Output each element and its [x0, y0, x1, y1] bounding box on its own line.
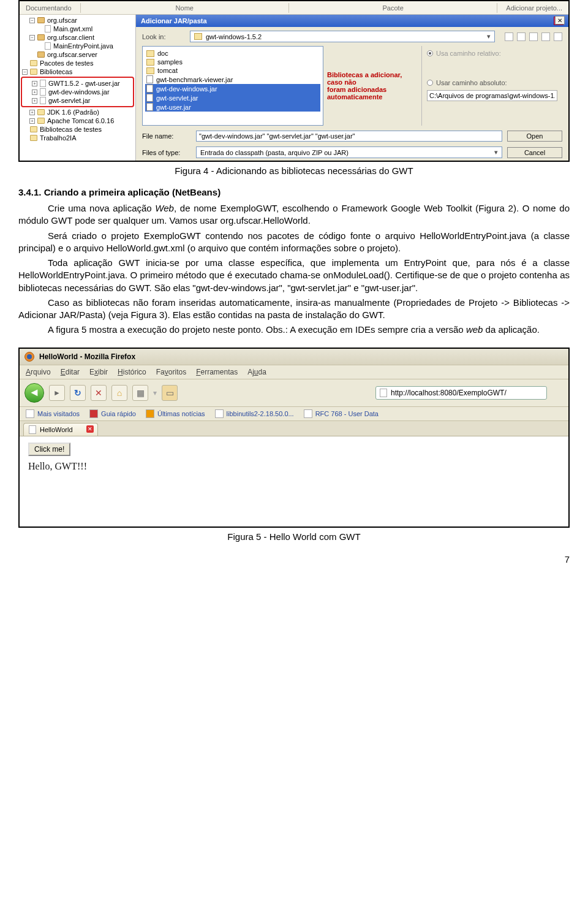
jar-icon — [146, 103, 153, 111]
tree-node[interactable]: org.ufscar — [47, 17, 77, 24]
page-content: Click me! Hello, GWT!!! — [20, 436, 568, 527]
tree-node[interactable]: Apache Tomcat 6.0.16 — [47, 117, 114, 124]
tree-node[interactable]: JDK 1.6 (Padrão) — [47, 108, 99, 116]
package-icon — [37, 17, 45, 23]
bookmark-item[interactable]: Guia rápido — [89, 409, 136, 418]
folder-icon — [146, 59, 154, 66]
radio-icon — [427, 80, 433, 86]
jar-icon — [40, 88, 46, 96]
bookmark-item[interactable]: RFC 768 - User Data — [304, 409, 379, 418]
toolbar-adicionar-projeto[interactable]: Adicionar projeto... — [500, 3, 568, 13]
details-view-icon[interactable] — [554, 32, 562, 41]
menu-favoritos[interactable]: Favoritos — [156, 368, 186, 376]
dialog-titlebar[interactable]: Adicionar JAR/pasta ✕ — [136, 15, 568, 27]
package-icon — [37, 51, 45, 58]
file-item[interactable]: gwt-user.jar — [156, 104, 191, 111]
dialog-right-panel: Usa caminho relativo: Usar caminho absol… — [421, 46, 562, 126]
dropdown-arrow-icon[interactable]: ▾ — [494, 148, 498, 156]
folder-icon — [30, 135, 37, 141]
section-heading: 3.4.1. Criando a primeira aplicação (Net… — [18, 187, 570, 197]
tree-node[interactable]: org.ufscar.client — [47, 34, 94, 41]
tree-node[interactable]: Bibliotecas de testes — [40, 126, 102, 133]
file-list[interactable]: doc samples tomcat gwt-benchmark-viewer.… — [142, 46, 323, 126]
list-view-icon[interactable] — [541, 32, 550, 41]
add-jar-dialog: Adicionar JAR/pasta ✕ Look in: gwt-windo… — [136, 15, 568, 161]
stop-button[interactable]: ✕ — [91, 385, 107, 401]
folder-icon — [30, 60, 37, 66]
toolbar-icon[interactable]: ▦ — [132, 385, 148, 401]
folder-icon — [194, 33, 202, 40]
filename-input[interactable] — [196, 131, 502, 142]
tree-node[interactable]: Trabalho2IA — [40, 134, 77, 142]
bookmark-icon — [146, 409, 154, 418]
bookmark-icon — [26, 409, 34, 418]
radio-relative-path[interactable]: Usa caminho relativo: — [427, 50, 557, 57]
filename-label: File name: — [142, 132, 191, 140]
figure-4-caption: Figura 4 - Adicionando as bibliotecas ne… — [18, 165, 570, 176]
hello-text: Hello, GWT!!! — [28, 461, 560, 472]
dialog-title: Adicionar JAR/pasta — [141, 17, 207, 25]
figure-5-caption: Figura 5 - Hello World com GWT — [18, 531, 570, 542]
filetype-combo[interactable]: Entrada do classpath (pasta, arquivo ZIP… — [196, 146, 502, 158]
bookmark-item[interactable]: Últimas notícias — [146, 409, 205, 418]
home-icon[interactable] — [517, 32, 526, 41]
toolbar-documentando[interactable]: Documentando — [20, 3, 78, 13]
lookin-value: gwt-windows-1.5.2 — [206, 33, 262, 40]
tree-node[interactable]: MainEntryPoint.java — [53, 42, 113, 50]
tree-node[interactable]: gwt-dev-windows.jar — [48, 88, 110, 96]
tab-helloworld[interactable]: HelloWorld ✕ — [23, 423, 98, 436]
tree-node[interactable]: org.ufscar.server — [47, 51, 97, 58]
bookmark-bar[interactable]: Mais visitados Guia rápido Últimas notíc… — [20, 407, 568, 421]
lookin-combo[interactable]: gwt-windows-1.5.2 ▾ — [190, 31, 495, 42]
menu-arquivo[interactable]: Arquivo — [26, 368, 51, 376]
file-item[interactable]: samples — [157, 58, 183, 66]
cancel-button[interactable]: Cancel — [507, 147, 562, 158]
up-folder-icon[interactable] — [505, 32, 513, 41]
url-bar[interactable]: http://localhost:8080/ExemploGWT/ — [375, 386, 547, 400]
radio-absolute-path[interactable]: Usar caminho absoluto: — [427, 79, 557, 86]
panel-close-icon[interactable]: ✕ — [555, 16, 565, 25]
dropdown-arrow-icon[interactable]: ▾ — [487, 32, 491, 40]
back-button[interactable]: ◄ — [24, 383, 44, 403]
firefox-titlebar[interactable]: HelloWorld - Mozilla Firefox — [20, 349, 568, 365]
menu-historico[interactable]: Histórico — [118, 368, 146, 376]
file-item[interactable]: doc — [157, 50, 168, 57]
bookmark-item[interactable]: libbinutils2-2.18.50.0... — [215, 409, 294, 418]
file-item[interactable]: gwt-benchmark-viewer.jar — [156, 76, 233, 83]
toolbar-icon[interactable]: ▭ — [162, 385, 178, 401]
tree-node[interactable]: Bibliotecas — [40, 68, 72, 75]
bookmark-item[interactable]: Mais visitados — [26, 409, 80, 418]
reload-button[interactable]: ↻ — [70, 385, 86, 401]
firefox-title: HelloWorld - Mozilla Firefox — [39, 352, 135, 361]
paragraph: A figura 5 mostra a execução do projeto … — [18, 324, 570, 336]
absolute-path-input[interactable] — [427, 90, 557, 101]
clickme-button[interactable]: Click me! — [28, 443, 70, 456]
menu-editar[interactable]: Editar — [61, 368, 80, 376]
forward-button[interactable]: ► — [49, 385, 65, 401]
bookmark-icon — [89, 409, 98, 418]
file-icon — [45, 25, 51, 32]
project-tree[interactable]: −org.ufscar Main.gwt.xml −org.ufscar.cli… — [20, 15, 136, 161]
menu-ferramentas[interactable]: Ferramentas — [196, 368, 238, 376]
file-item[interactable]: tomcat — [157, 67, 178, 74]
file-icon — [45, 42, 51, 50]
tree-node[interactable]: Pacotes de testes — [40, 59, 93, 67]
tree-node[interactable]: GWT1.5.2 - gwt-user.jar — [48, 80, 120, 87]
figure-4-wrapper: ✕ Documentando Nome Pacote Adicionar pro… — [18, 0, 570, 162]
firefox-icon — [24, 352, 34, 362]
tree-node[interactable]: gwt-servlet.jar — [48, 97, 90, 104]
tab-bar[interactable]: HelloWorld ✕ — [20, 421, 568, 436]
home-button[interactable]: ⌂ — [111, 385, 127, 401]
jar-icon — [146, 85, 153, 93]
open-button[interactable]: Open — [507, 131, 562, 142]
file-item[interactable]: gwt-servlet.jar — [156, 94, 198, 102]
firefox-menubar[interactable]: Arquivo Editar Exibir Histórico Favorito… — [20, 365, 568, 379]
new-folder-icon[interactable] — [529, 32, 538, 41]
file-item[interactable]: gwt-dev-windows.jar — [156, 85, 217, 93]
tree-node[interactable]: Main.gwt.xml — [53, 25, 92, 32]
menu-exibir[interactable]: Exibir — [89, 368, 108, 376]
bookmark-icon — [215, 409, 224, 418]
menu-ajuda[interactable]: Ajuda — [247, 368, 266, 376]
tab-close-icon[interactable]: ✕ — [86, 425, 94, 433]
folder-icon — [30, 69, 37, 75]
